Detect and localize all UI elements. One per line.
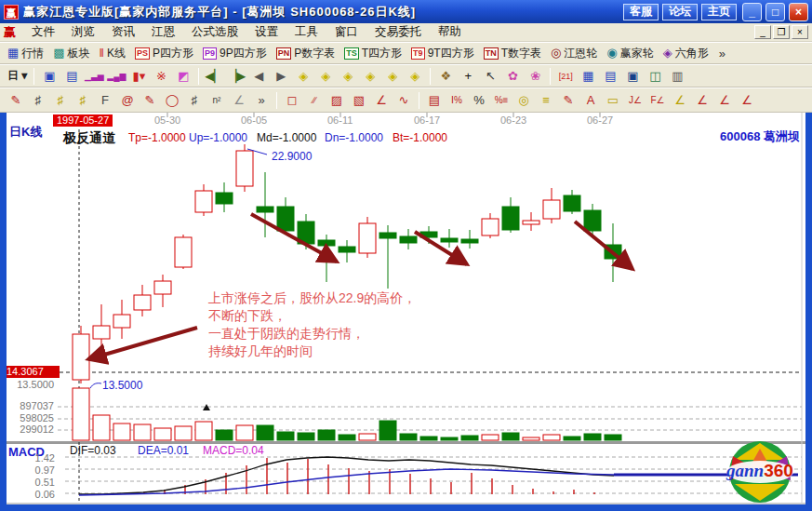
pen-grid-tool-icon[interactable]: ✎ (140, 91, 160, 110)
titlebar-link-论坛[interactable]: 论坛 (662, 4, 698, 20)
win-angle-tool-icon[interactable]: ∠ (714, 91, 735, 110)
menu-item-窗口[interactable]: 窗口 (326, 23, 366, 41)
candle[interactable] (154, 275, 171, 307)
candle[interactable] (236, 144, 253, 192)
bars9-icon[interactable]: ▂▄▆ (106, 67, 126, 86)
bars3-icon[interactable]: ▁▃▅ (84, 67, 104, 86)
comb2-tool-icon[interactable]: ♯ (184, 91, 205, 110)
fan-lines-tool-icon[interactable]: ∕∕ (304, 91, 325, 110)
full-expand-icon[interactable]: ◈ (405, 67, 425, 86)
grid-comb-tool-icon[interactable]: ♯ (28, 91, 48, 110)
volume-bar[interactable] (379, 421, 396, 440)
hand-tool-icon[interactable]: ❖ (435, 67, 456, 86)
candle[interactable] (113, 300, 130, 339)
multi-window-icon[interactable]: ▣ (39, 67, 60, 86)
hatch-box-tool-icon[interactable]: ▧ (349, 91, 369, 110)
toolbar-item-kline[interactable]: ‖K线 (98, 45, 127, 62)
j-angle-tool-icon[interactable]: J∠ (625, 91, 646, 110)
volume-bar[interactable] (93, 415, 110, 440)
pane-separator[interactable] (7, 441, 805, 444)
four-angle-tool-icon[interactable]: ∠ (737, 91, 757, 110)
toolbar-item-winner-wheel[interactable]: ◉赢家轮 (605, 45, 655, 62)
color-chart-icon[interactable]: ◩ (173, 67, 193, 86)
candle[interactable] (564, 190, 580, 214)
close-button[interactable]: × (789, 3, 808, 21)
volume-bar[interactable] (359, 434, 376, 440)
volume-bar[interactable] (605, 435, 621, 440)
wave-tool-icon[interactable]: ∿ (393, 91, 414, 110)
pen-candle-tool-icon[interactable]: ✎ (558, 91, 579, 110)
gann-circle-tool-icon[interactable]: ◎ (513, 91, 534, 110)
first-page-icon[interactable]: ◀▏ (204, 67, 224, 86)
box-tool-icon[interactable]: ◻ (282, 91, 302, 110)
volume-bar[interactable] (461, 436, 478, 440)
info-panel-icon[interactable]: ▤ (61, 67, 82, 86)
candle[interactable] (93, 304, 110, 357)
network-icon[interactable]: ◫ (645, 67, 665, 86)
spiral-tool-icon[interactable]: @ (117, 91, 138, 110)
pen-tool-icon[interactable]: ✎ (6, 91, 26, 110)
menu-item-公式选股[interactable]: 公式选股 (183, 23, 246, 41)
toolbar-item-sectors[interactable]: ▩板块 (51, 45, 91, 62)
volume-bar[interactable] (134, 424, 151, 440)
toolbar-item-quotes[interactable]: ▦行情 (6, 45, 46, 62)
candle[interactable] (257, 172, 273, 237)
percent-tool-icon[interactable]: % (469, 91, 489, 110)
notepad-icon[interactable]: ▤ (600, 67, 620, 86)
toolbar-item-9p-square[interactable]: P99P四方形 (201, 45, 269, 62)
titlebar-link-客服[interactable]: 客服 (623, 4, 659, 20)
candle-style-icon[interactable]: ▮▾ (128, 67, 149, 86)
minimize-button[interactable]: _ (742, 3, 762, 21)
h-shrink-icon[interactable]: ◈ (360, 67, 380, 86)
last-page-icon[interactable]: ▕▶ (226, 67, 246, 86)
titlebar-link-主页[interactable]: 主页 (701, 4, 737, 20)
volume-bar[interactable] (257, 425, 273, 440)
mdi-restore-button[interactable]: ❐ (773, 25, 790, 39)
candle[interactable] (339, 240, 355, 262)
volume-bar[interactable] (339, 435, 355, 440)
volume-bar[interactable] (154, 428, 171, 440)
toolbar-item-p-number[interactable]: PNP数字表 (274, 45, 338, 62)
menu-item-交易委托[interactable]: 交易委托 (366, 23, 430, 41)
candle[interactable] (461, 230, 478, 249)
ladder-tool-icon[interactable]: ▤ (424, 91, 445, 110)
maximize-button[interactable]: □ (765, 3, 785, 21)
pointer-icon[interactable]: ↖ (480, 67, 500, 86)
circle-clock-tool-icon[interactable]: ◯ (162, 91, 182, 110)
gold-grid-tool-icon[interactable]: ♯ (50, 91, 71, 110)
gold-angle-tool-icon[interactable]: ∠ (670, 91, 690, 110)
volume-bar[interactable] (441, 437, 458, 440)
shaded-box-tool-icon[interactable]: ▨ (326, 91, 347, 110)
volume-bar[interactable] (523, 437, 539, 440)
angle-gray-tool-icon[interactable]: ∠ (229, 91, 249, 110)
mdi-minimize-button[interactable]: _ (754, 25, 771, 39)
volume-bar[interactable] (195, 422, 212, 440)
candle[interactable] (359, 217, 376, 258)
printer-icon[interactable]: ▥ (667, 67, 687, 86)
f-angle-tool-icon[interactable]: F∠ (647, 91, 668, 110)
candle[interactable] (73, 326, 89, 383)
candle[interactable] (195, 184, 212, 216)
percent-levels-tool-icon[interactable]: %≡ (491, 91, 512, 110)
menu-item-江恩[interactable]: 江恩 (143, 23, 183, 41)
volume-bar[interactable] (543, 435, 560, 440)
menu-item-浏览[interactable]: 浏览 (63, 23, 103, 41)
f-grid-tool-icon[interactable]: F (95, 91, 115, 110)
gold-grid2-tool-icon[interactable]: ♯ (73, 91, 93, 110)
volume-bar[interactable] (298, 433, 314, 440)
zoom-right-icon[interactable]: ◈ (315, 67, 336, 86)
candle[interactable] (543, 188, 560, 223)
volume-bar[interactable] (216, 430, 233, 440)
toolbar-item-p-square[interactable]: PSP四方形 (133, 45, 195, 62)
prev-icon[interactable]: ◀ (248, 67, 269, 86)
v-expand-icon[interactable]: ◈ (382, 67, 403, 86)
volume-bar[interactable] (420, 437, 437, 440)
next-icon[interactable]: ▶ (271, 67, 291, 86)
menu-item-帮助[interactable]: 帮助 (430, 23, 470, 41)
mdi-close-button[interactable]: × (792, 25, 808, 39)
more-tools[interactable]: » (251, 91, 272, 110)
volume-bar[interactable] (564, 437, 580, 440)
candle[interactable] (482, 213, 499, 238)
h-expand-icon[interactable]: ◈ (338, 67, 358, 86)
pink-grid-icon[interactable]: ✿ (502, 67, 523, 86)
